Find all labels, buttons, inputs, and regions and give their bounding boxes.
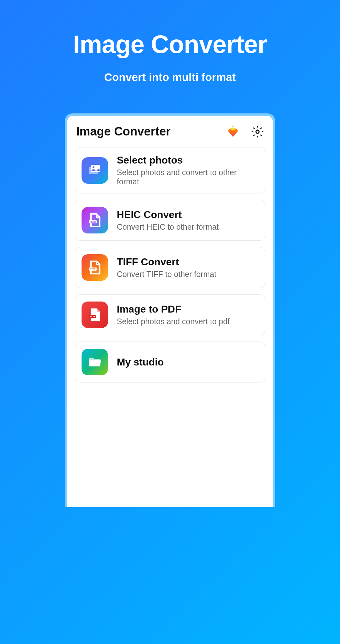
card-select-photos[interactable]: Select photos Select photos and convert … xyxy=(75,147,265,193)
gem-icon xyxy=(227,125,239,138)
svg-point-0 xyxy=(256,130,259,133)
card-title: My studio xyxy=(117,356,164,368)
app-header: Image Converter xyxy=(75,125,265,147)
card-subtitle: Select photos and convert to other forma… xyxy=(117,168,258,186)
app-title: Image Converter xyxy=(76,125,171,138)
heic-icon: HEIC xyxy=(82,207,108,233)
card-tiff-convert[interactable]: TIFF TIFF Convert Convert TIFF to other … xyxy=(75,247,265,288)
card-subtitle: Convert TIFF to other format xyxy=(117,270,216,279)
card-title: HEIC Convert xyxy=(117,209,219,221)
promo-header: Image Converter Convert into multi forma… xyxy=(0,0,340,102)
svg-text:TIFF: TIFF xyxy=(90,268,96,271)
gear-icon xyxy=(251,125,264,138)
card-content: TIFF Convert Convert TIFF to other forma… xyxy=(117,256,216,279)
folder-icon xyxy=(82,349,108,375)
card-content: Image to PDF Select photos and convert t… xyxy=(117,303,230,326)
card-heic-convert[interactable]: HEIC HEIC Convert Convert HEIC to other … xyxy=(75,200,265,241)
tiff-icon: TIFF xyxy=(82,254,108,281)
svg-point-3 xyxy=(93,166,94,168)
card-subtitle: Select photos and convert to pdf xyxy=(117,317,230,326)
svg-text:PDF: PDF xyxy=(90,315,95,318)
card-image-to-pdf[interactable]: PDF Image to PDF Select photos and conve… xyxy=(75,294,265,335)
premium-button[interactable] xyxy=(227,125,239,138)
phone-frame: Image Converter xyxy=(65,113,275,507)
card-subtitle: Convert HEIC to other format xyxy=(117,222,219,232)
promo-title: Image Converter xyxy=(0,30,340,59)
card-content: HEIC Convert Convert HEIC to other forma… xyxy=(117,209,219,232)
pdf-icon: PDF xyxy=(82,302,108,328)
settings-button[interactable] xyxy=(251,125,264,138)
header-icons xyxy=(227,125,264,138)
svg-rect-2 xyxy=(91,165,100,172)
card-content: My studio xyxy=(117,356,164,368)
card-title: Image to PDF xyxy=(117,303,230,315)
svg-text:HEIC: HEIC xyxy=(90,221,96,223)
promo-subtitle: Convert into multi format xyxy=(0,71,340,83)
card-my-studio[interactable]: My studio xyxy=(75,342,265,382)
card-title: TIFF Convert xyxy=(117,256,216,268)
select-photos-icon xyxy=(82,157,108,184)
card-content: Select photos Select photos and convert … xyxy=(117,154,258,186)
card-title: Select photos xyxy=(117,154,258,166)
